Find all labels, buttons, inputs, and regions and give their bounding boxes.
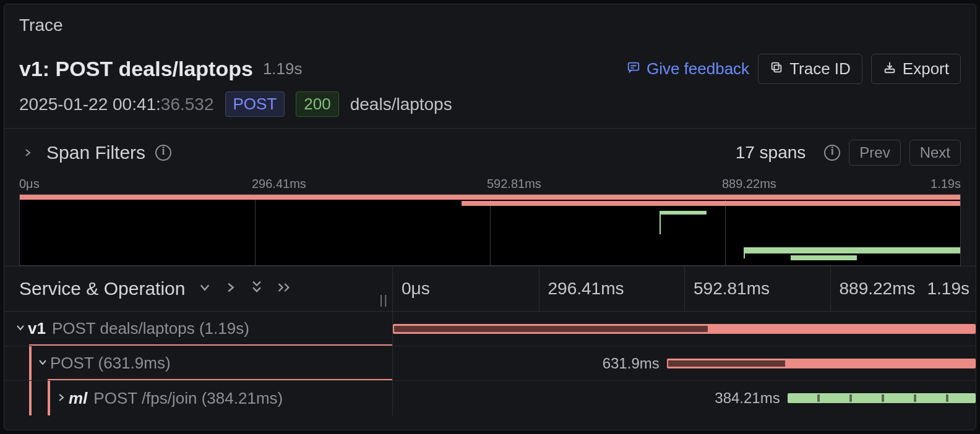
collapse-all-icon[interactable]	[251, 279, 263, 298]
axis-tick: 296.41ms	[539, 266, 624, 311]
timeline-header: 0μs 296.41ms 592.81ms 889.22ms 1.19s	[393, 266, 976, 311]
give-feedback-label: Give feedback	[647, 59, 749, 79]
span-duration: 384.21ms	[715, 389, 780, 407]
operation-name: POST deals/laptops (1.19s)	[52, 319, 249, 338]
svg-rect-3	[885, 69, 895, 73]
chevron-down-icon[interactable]	[13, 321, 28, 336]
axis-tick: 1.19s	[919, 266, 970, 311]
trace-header: v1: POST deals/laptops 1.19s Give feedba…	[4, 41, 976, 88]
span-bar[interactable]: 384.21ms	[788, 393, 976, 403]
export-icon	[883, 59, 896, 79]
http-status-badge: 200	[296, 91, 338, 117]
trace-panel: Trace v1: POST deals/laptops 1.19s Give …	[4, 4, 976, 430]
prev-span-button[interactable]: Prev	[849, 140, 900, 166]
span-filters-toggle[interactable]	[19, 148, 37, 158]
span-row[interactable]: ml POST /fps/join (384.21ms) 384.21ms	[4, 381, 976, 415]
trace-duration: 1.19s	[263, 59, 303, 79]
svg-rect-0	[629, 63, 639, 70]
http-method-badge: POST	[225, 91, 285, 117]
span-filters-label: Span Filters	[46, 142, 145, 163]
next-span-button[interactable]: Next	[909, 140, 961, 166]
axis-tick: 296.41ms	[252, 177, 306, 191]
trace-id-button[interactable]: Trace ID	[758, 54, 862, 84]
svg-rect-1	[774, 65, 781, 72]
axis-tick: 592.81ms	[684, 266, 770, 311]
operation-name: POST (631.9ms)	[50, 354, 171, 373]
trace-minimap[interactable]	[19, 194, 961, 266]
expand-all-icon[interactable]	[277, 280, 291, 297]
axis-tick: 1.19s	[931, 177, 961, 191]
minimap-axis: 0μs 296.41ms 592.81ms 889.22ms 1.19s	[4, 177, 976, 193]
span-count: 17 spans	[736, 143, 806, 163]
operation-name: POST /fps/join (384.21ms)	[93, 389, 283, 408]
chevron-right-icon[interactable]	[54, 391, 69, 406]
chevron-right-icon[interactable]	[225, 280, 237, 297]
columns-header: Service & Operation || 0μs 296.41ms 592.…	[4, 266, 976, 312]
span-bar[interactable]	[393, 324, 976, 334]
trace-meta: 2025-01-22 00:41:36.532 POST 200 deals/l…	[4, 88, 976, 128]
axis-tick: 889.22ms	[830, 266, 916, 311]
trace-id-label: Trace ID	[789, 59, 851, 79]
span-row[interactable]: v1 POST deals/laptops (1.19s)	[4, 312, 976, 346]
service-operation-column: Service & Operation ||	[4, 266, 393, 311]
info-icon[interactable]	[824, 145, 840, 161]
trace-timestamp: 2025-01-22 00:41:36.532	[19, 95, 214, 114]
service-name: v1	[28, 319, 46, 338]
feedback-icon	[627, 59, 640, 79]
chevron-down-icon[interactable]	[35, 356, 50, 370]
copy-icon	[770, 59, 783, 79]
trace-title: v1: POST deals/laptops	[19, 57, 253, 81]
axis-tick: 889.22ms	[722, 177, 776, 191]
export-button[interactable]: Export	[871, 54, 961, 84]
panel-title: Trace	[4, 4, 976, 41]
give-feedback-link[interactable]: Give feedback	[627, 59, 749, 79]
service-operation-label: Service & Operation	[19, 278, 185, 299]
span-rows: v1 POST deals/laptops (1.19s) POST (631.…	[4, 312, 976, 415]
trace-path: deals/laptops	[350, 95, 452, 114]
svg-rect-2	[772, 63, 779, 70]
service-name: ml	[69, 389, 87, 408]
span-bar[interactable]: 631.9ms	[667, 359, 976, 368]
span-filters-row: Span Filters 17 spans Prev Next	[4, 129, 976, 177]
axis-tick: 592.81ms	[487, 177, 541, 191]
span-duration: 631.9ms	[603, 355, 660, 372]
span-row[interactable]: POST (631.9ms) 631.9ms	[4, 346, 976, 381]
axis-tick: 0μs	[393, 266, 430, 311]
export-label: Export	[903, 59, 949, 79]
axis-tick: 0μs	[19, 177, 40, 191]
chevron-down-icon[interactable]	[199, 280, 211, 297]
info-icon[interactable]	[155, 145, 171, 161]
column-resize-handle[interactable]: ||	[380, 293, 389, 307]
